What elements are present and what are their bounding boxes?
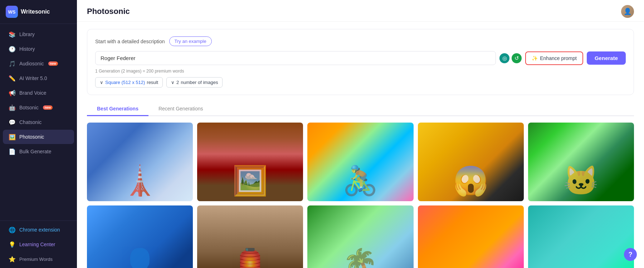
image-card-4[interactable] [418, 123, 524, 201]
prompt-input[interactable] [95, 51, 496, 65]
image-card-8[interactable] [307, 205, 413, 268]
ai-writer-icon: ✏️ [9, 75, 16, 82]
library-icon: 📚 [9, 31, 16, 38]
enhance-prompt-button[interactable]: ✨ Enhance prompt [525, 51, 583, 65]
image-grid [87, 123, 634, 268]
tab-best-generations[interactable]: Best Generations [87, 102, 148, 116]
botsonic-badge: new [43, 105, 53, 110]
sidebar-label-botsonic: Botsonic [19, 105, 39, 110]
prompt-desc-row: Start with a detailed description Try an… [95, 36, 626, 46]
sidebar-item-brand-voice[interactable]: 📢 Brand Voice [3, 86, 74, 100]
sidebar-item-botsonic[interactable]: 🤖 Botsonic new [3, 100, 74, 115]
premium-icon: ⭐ [9, 255, 16, 263]
try-example-button[interactable]: Try an example [169, 36, 212, 46]
image-card-1[interactable] [87, 123, 193, 201]
sidebar-label-premium: Premium Words [19, 257, 53, 262]
user-avatar[interactable]: 👤 [621, 5, 634, 18]
chevron-down-icon: ∨ [100, 80, 103, 85]
image-card-3[interactable] [307, 123, 413, 201]
input-icons: ◎ ↺ [499, 53, 522, 63]
prompt-input-row: ◎ ↺ ✨ Enhance prompt Generate [95, 51, 626, 65]
image-card-2[interactable] [197, 123, 303, 201]
sidebar-label-audiosonic: Audiosonic [19, 61, 44, 66]
sidebar-item-chrome-extension[interactable]: 🌐 Chrome extension [3, 223, 74, 237]
sidebar-item-ai-writer[interactable]: ✏️ AI Writer 5.0 [3, 71, 74, 85]
sidebar-label-ai-writer: AI Writer 5.0 [19, 75, 47, 81]
page-title: Photosonic [87, 7, 130, 16]
image-card-7[interactable] [197, 205, 303, 268]
image-card-5[interactable] [528, 123, 634, 201]
logo-text: Writesonic [21, 9, 50, 15]
learning-icon: 💡 [9, 241, 16, 248]
sidebar-nav: 📚 Library 🕐 History 🎵 Audiosonic new ✏️ … [0, 24, 77, 220]
photosonic-icon: 🖼️ [9, 133, 16, 140]
sidebar-item-photosonic[interactable]: 🖼️ Photosonic [3, 130, 74, 144]
topbar: Photosonic 👤 [77, 0, 644, 22]
generate-button[interactable]: Generate [587, 51, 626, 65]
sidebar-label-history: History [19, 46, 35, 52]
sidebar-item-history[interactable]: 🕐 History [3, 42, 74, 56]
help-button[interactable]: ? [624, 248, 637, 261]
chrome-icon: 🌐 [9, 226, 16, 233]
image-card-10[interactable] [528, 205, 634, 268]
sidebar-logo[interactable]: WS Writesonic [0, 0, 77, 24]
sidebar-item-library[interactable]: 📚 Library [3, 27, 74, 41]
sidebar-label-brand-voice: Brand Voice [19, 90, 47, 96]
image-card-9[interactable] [418, 205, 524, 268]
sidebar-item-premium-words[interactable]: ⭐ Premium Words [3, 252, 74, 266]
sidebar-bottom: 🌐 Chrome extension 💡 Learning Center ⭐ P… [0, 220, 77, 268]
audiosonic-badge: new [48, 61, 58, 66]
sidebar-item-bulk-generate[interactable]: 📄 Bulk Generate [3, 144, 74, 159]
sidebar: WS Writesonic 📚 Library 🕐 History 🎵 Audi… [0, 0, 77, 268]
sidebar-item-chatsonic[interactable]: 💬 Chatsonic [3, 115, 74, 129]
sidebar-item-audiosonic[interactable]: 🎵 Audiosonic new [3, 56, 74, 71]
filter-size-value: Square (512 x 512) [105, 80, 145, 85]
brand-voice-icon: 📢 [9, 89, 16, 96]
enhance-label: Enhance prompt [540, 55, 577, 61]
sidebar-label-bulk-generate: Bulk Generate [19, 149, 52, 154]
sidebar-label-chatsonic: Chatsonic [19, 119, 42, 125]
tabs-row: Best Generations Recent Generations [87, 102, 634, 116]
sidebar-label-library: Library [19, 31, 35, 37]
filter-row: ∨ Square (512 x 512) result ∨ 2 number o… [95, 77, 626, 88]
sidebar-item-learning-center[interactable]: 💡 Learning Center [3, 237, 74, 252]
image-card-6[interactable] [87, 205, 193, 268]
sidebar-label-photosonic: Photosonic [19, 134, 44, 140]
chatsonic-icon: 💬 [9, 119, 16, 126]
logo-letters: WS [8, 9, 16, 15]
audiosonic-icon: 🎵 [9, 60, 16, 67]
filter-size-suffix: result [147, 80, 158, 85]
filter-images-label: number of images [181, 80, 218, 85]
wand-icon: ✨ [532, 55, 538, 61]
sidebar-label-chrome: Chrome extension [19, 227, 60, 233]
green-icon[interactable]: ↺ [512, 53, 522, 63]
prompt-description-label: Start with a detailed description [95, 39, 165, 44]
logo-icon: WS [6, 6, 18, 18]
generation-info: 1 Generation (2 images) = 200 premium wo… [95, 69, 626, 74]
main-content: Photosonic 👤 Start with a detailed descr… [77, 0, 644, 268]
chevron-down-icon-2: ∨ [171, 80, 175, 85]
botsonic-icon: 🤖 [9, 104, 16, 111]
bulk-generate-icon: 📄 [9, 148, 16, 155]
prompt-section: Start with a detailed description Try an… [87, 29, 634, 95]
sidebar-label-learning: Learning Center [19, 242, 55, 247]
teal-icon[interactable]: ◎ [499, 53, 509, 63]
filter-size-button[interactable]: ∨ Square (512 x 512) result [95, 77, 163, 88]
content-area: Start with a detailed description Try an… [77, 22, 644, 268]
history-icon: 🕐 [9, 45, 16, 53]
tab-recent-generations[interactable]: Recent Generations [148, 102, 213, 116]
filter-images-button[interactable]: ∨ 2 number of images [166, 77, 223, 88]
filter-images-value: 2 [176, 80, 179, 85]
